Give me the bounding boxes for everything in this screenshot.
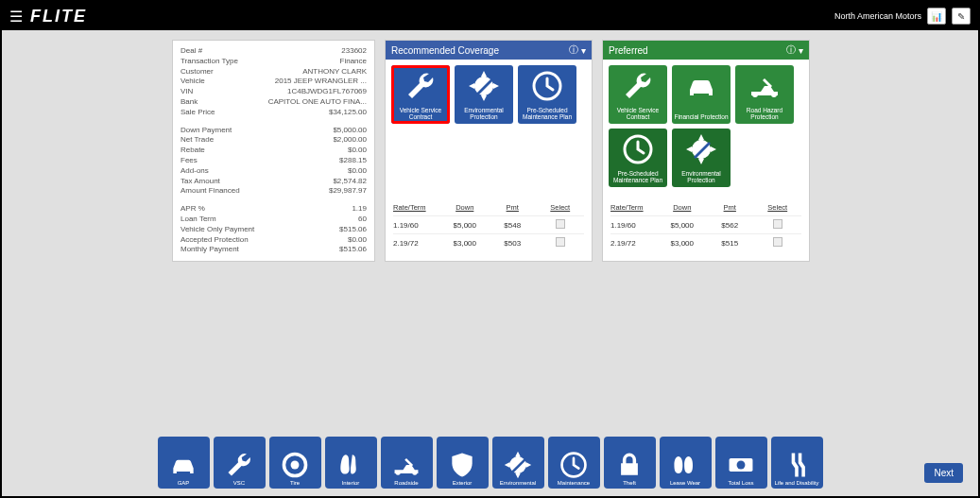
coverage-tile[interactable]: Vehicle Service Contract [609, 65, 667, 124]
deal-value: $0.00 [348, 146, 367, 156]
recommended-rates: Rate/Term Down Pmt Select 1.19/60$5,000$… [386, 197, 592, 261]
dock-tile-exterior[interactable]: Exterior [437, 437, 489, 489]
deal-label: Accepted Protection [181, 235, 249, 246]
col-rate: Rate/Term [393, 203, 441, 212]
wrench-icon [391, 69, 450, 103]
rate-select[interactable] [754, 219, 802, 231]
deal-value: 233602 [341, 46, 367, 57]
dock-label: Maintenance [558, 480, 590, 486]
info-icon[interactable]: ⓘ [569, 43, 578, 57]
deal-label: Bank [181, 97, 198, 108]
dock-tile-gap[interactable]: GAP [158, 437, 210, 489]
deal-row: APR %1.19 [181, 204, 367, 215]
rate-row: 1.19/60$5,000$562 [610, 215, 801, 233]
rate-select[interactable] [754, 237, 802, 249]
coverage-tile[interactable]: Environmental Protection [455, 65, 513, 124]
dock-tile-environmental[interactable]: Environmental [492, 437, 544, 489]
tile-label: Financial Protection [674, 113, 728, 120]
rate-row: 2.19/72$3,000$515 [610, 233, 801, 251]
col-down: Down [441, 203, 490, 212]
lock-icon [614, 450, 645, 480]
coverage-tile[interactable]: Pre-Scheduled Maintenance Plan [518, 65, 576, 124]
tow-icon [735, 69, 794, 103]
env-icon [503, 450, 533, 480]
deal-label: Vehicle Only Payment [181, 225, 254, 235]
edit-button[interactable]: ✎ [952, 8, 971, 25]
deal-label: Tax Amount [181, 177, 220, 187]
preferred-header: Preferred ⓘ ▾ [603, 41, 809, 60]
deal-summary-card: Deal #233602Transaction TypeFinanceCusto… [172, 40, 375, 262]
car-icon [672, 69, 731, 103]
dock-label: Tire [290, 480, 300, 486]
dock-tile-roadside[interactable]: Roadside [381, 437, 433, 489]
dock-tile-vsc[interactable]: VSC [214, 437, 266, 489]
clock-icon [518, 69, 576, 103]
deal-value: $515.06 [339, 225, 367, 235]
deal-row: BankCAPITOL ONE AUTO FINA... [181, 97, 367, 108]
rate-pmt: $562 [706, 221, 754, 230]
shield-icon [447, 450, 477, 480]
crutch-icon [782, 450, 812, 480]
deal-value: 60 [358, 215, 367, 225]
deal-value: $29,987.97 [329, 186, 367, 197]
app-header: ☰ FLITE North American Motors 📊 ✎ [2, 2, 978, 30]
car-icon [168, 450, 198, 480]
deal-row: Transaction TypeFinance [181, 57, 367, 67]
checkbox[interactable] [556, 237, 565, 247]
dock-tile-lease-wear[interactable]: Lease Wear [660, 437, 712, 489]
deal-row: Vehicle Only Payment$515.06 [181, 225, 367, 235]
tire-icon [280, 450, 310, 480]
dock-tile-interior[interactable]: Interior [325, 437, 377, 489]
env-icon [672, 132, 731, 166]
deal-row: Monthly Payment$515.06 [181, 245, 367, 255]
rate-pmt: $503 [489, 239, 537, 248]
deal-row: Accepted Protection$0.00 [181, 235, 367, 246]
deal-row: Loan Term60 [181, 215, 367, 225]
checkbox[interactable] [556, 219, 565, 229]
deal-value: $5,000.00 [333, 126, 367, 136]
deal-value: 1C4BJWDG1FL767069 [287, 87, 367, 97]
deal-value: $0.00 [348, 235, 367, 246]
dock-label: Theft [623, 480, 636, 486]
hamburger-menu-icon[interactable]: ☰ [9, 8, 23, 26]
rate-pmt: $515 [706, 239, 754, 248]
coverage-tile[interactable]: Financial Protection [672, 65, 731, 124]
checkbox[interactable] [773, 237, 782, 247]
dock-tile-theft[interactable]: Theft [604, 437, 656, 489]
deal-row: Rebate$0.00 [181, 146, 367, 156]
dock-tile-maintenance[interactable]: Maintenance [548, 437, 600, 489]
product-dock: GAPVSCTireInteriorRoadsideExteriorEnviro… [2, 437, 978, 489]
coverage-tile[interactable]: Environmental Protection [672, 129, 731, 187]
dock-tile-tire[interactable]: Tire [269, 437, 321, 489]
dropdown-icon[interactable]: ▾ [799, 45, 803, 56]
deal-row: Deal #233602 [181, 46, 367, 57]
dock-label: Environmental [500, 480, 536, 486]
next-button[interactable]: Next [924, 463, 963, 483]
dock-label: Roadside [394, 480, 418, 486]
cash-icon [726, 450, 756, 480]
deal-label: Add-ons [181, 166, 209, 177]
dealer-name: North American Motors [834, 11, 921, 21]
rate-select[interactable] [537, 219, 585, 231]
info-icon[interactable]: ⓘ [786, 43, 796, 57]
col-select: Select [537, 203, 585, 212]
dock-label: VSC [233, 480, 245, 486]
checkbox[interactable] [773, 219, 782, 229]
coverage-tile[interactable]: Vehicle Service Contract [391, 65, 450, 124]
coverage-tile[interactable]: Pre-Scheduled Maintenance Plan [609, 129, 667, 187]
deal-label: Down Payment [181, 126, 232, 136]
recommended-title: Recommended Coverage [391, 45, 499, 56]
coverage-tile[interactable]: Road Hazard Protection [735, 65, 794, 124]
chart-button[interactable]: 📊 [927, 8, 946, 25]
deal-row: Tax Amount$2,574.82 [181, 177, 367, 187]
dock-tile-life-and-disability[interactable]: Life and Disability [771, 437, 823, 489]
dock-label: Life and Disability [774, 480, 818, 486]
dock-tile-total-loss[interactable]: Total Loss [715, 437, 767, 489]
tile-label: Vehicle Service Contract [610, 107, 665, 120]
dock-label: Exterior [453, 480, 473, 486]
rate-select[interactable] [537, 237, 585, 249]
rate-down: $5,000 [441, 221, 490, 230]
dropdown-icon[interactable]: ▾ [581, 45, 586, 56]
deal-value: $2,000.00 [333, 135, 367, 146]
deal-value: Finance [340, 57, 367, 67]
